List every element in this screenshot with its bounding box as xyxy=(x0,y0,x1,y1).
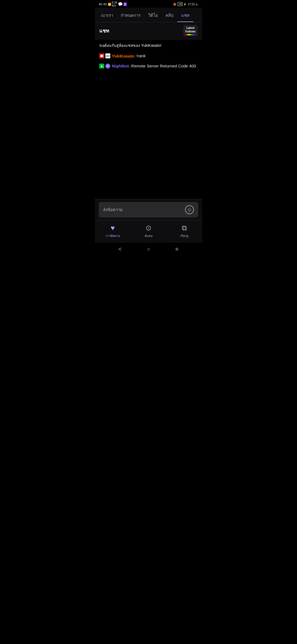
input-area: ส่งข้อความ ☺ xyxy=(95,199,202,220)
time-display: 17:21 น. xyxy=(188,2,198,6)
message-separator-2: : xyxy=(130,63,131,69)
welcome-message: ขอต้อนรับสู่ห้องแชทของ YukiKasato! xyxy=(99,43,198,48)
message-badges-1: ANY xyxy=(99,53,110,58)
rainbow-bar xyxy=(185,34,196,35)
back-button[interactable]: < xyxy=(119,246,122,252)
tab-settings[interactable]: กำหนดการ xyxy=(117,8,144,22)
battery-level: 74 xyxy=(178,2,183,6)
latest-follows-line1: Latest xyxy=(186,26,194,30)
system-nav: < ○ ≡ xyxy=(95,243,202,257)
nav-tabs: เบาเรา กำหนดการ วิดีโอ คลิป แชท xyxy=(95,8,202,22)
svg-marker-1 xyxy=(101,54,102,55)
battery-indicator: 74 ⚡ xyxy=(178,2,186,6)
bottom-nav: ♥ การติดตาม ⊙ ค้นพบ ⧉ เรียกดู xyxy=(95,220,202,243)
welcome-text: ขอต้อนรับสู่ห้องแชทของ xyxy=(99,43,140,48)
broadcaster-badge xyxy=(99,53,104,58)
messenger-icon: 💬 xyxy=(118,2,123,6)
verified-badge xyxy=(105,64,110,69)
chat-message-1: ANY YukiKasato : !rank xyxy=(99,53,198,59)
username-yuki: YukiKasato xyxy=(112,54,134,58)
message-text-2: Remote Server Returned Code 400 xyxy=(131,63,196,69)
browse-icon: ⧉ xyxy=(182,224,187,232)
heart-icon: ♥ xyxy=(111,224,115,232)
status-right: 🔕 74 ⚡ 17:21 น. xyxy=(173,2,198,6)
chat-title: แชท xyxy=(99,27,109,35)
chat-message-2: Nightbot : Remote Server Returned Code 4… xyxy=(99,63,198,69)
nav-discover[interactable]: ⊙ ค้นพบ xyxy=(131,224,166,238)
tab-chat[interactable]: แชท xyxy=(177,8,193,22)
speed-indicator: 0.16K/s xyxy=(112,1,117,7)
tab-clips[interactable]: คลิป xyxy=(162,8,177,22)
status-left: 4G 4G 📶 0.16K/s 💬 t xyxy=(99,1,127,7)
chat-header: แชท Latest Follows xyxy=(95,22,202,39)
wifi-icon: 📶 xyxy=(108,3,111,6)
signal-4g-2: 4G xyxy=(103,3,107,6)
notification-muted-icon: 🔕 xyxy=(173,3,176,6)
svg-rect-0 xyxy=(100,55,103,57)
charging-icon: ⚡ xyxy=(183,3,186,6)
chat-area: ขอต้อนรับสู่ห้องแชทของ YukiKasato! ANY Y… xyxy=(95,39,202,199)
compass-icon: ⊙ xyxy=(145,224,152,232)
nav-browse-label: เรียกดู xyxy=(180,233,188,238)
menu-button[interactable]: ≡ xyxy=(175,246,179,252)
emoji-button[interactable]: ☺ xyxy=(185,205,194,214)
message-text-1: !rank xyxy=(136,53,145,59)
nav-following-label: การติดตาม xyxy=(106,233,120,238)
emoji-icon: ☺ xyxy=(187,207,192,213)
input-placeholder[interactable]: ส่งข้อความ xyxy=(103,206,123,213)
home-button[interactable]: ○ xyxy=(147,246,150,252)
status-bar: 4G 4G 📶 0.16K/s 💬 t 🔕 74 ⚡ 17:21 น. xyxy=(95,0,202,8)
mod-badge xyxy=(99,64,104,69)
username-nightbot: Nightbot xyxy=(112,64,129,68)
tab-about[interactable]: เบาเรา xyxy=(97,8,117,22)
latest-follows-button[interactable]: Latest Follows xyxy=(183,25,198,36)
rainbow-purple xyxy=(194,34,196,35)
message-separator-1: : xyxy=(135,53,136,59)
latest-follows-line2: Follows xyxy=(185,30,196,33)
message-content-1: ANY YukiKasato : !rank xyxy=(99,53,145,59)
message-badges-2 xyxy=(99,64,110,69)
tab-video[interactable]: วิดีโอ xyxy=(144,8,162,22)
twitch-status-icon: t xyxy=(123,2,127,6)
channel-name: YukiKasato! xyxy=(141,43,161,48)
message-content-2: Nightbot : Remote Server Returned Code 4… xyxy=(99,63,196,69)
nav-browse[interactable]: ⧉ เรียกดู xyxy=(166,224,202,238)
any-badge: ANY xyxy=(105,53,110,58)
message-input-container[interactable]: ส่งข้อความ ☺ xyxy=(99,202,198,217)
signal-4g-1: 4G xyxy=(99,3,102,6)
nav-discover-label: ค้นพบ xyxy=(145,233,153,238)
nav-following[interactable]: ♥ การติดตาม xyxy=(95,224,131,238)
